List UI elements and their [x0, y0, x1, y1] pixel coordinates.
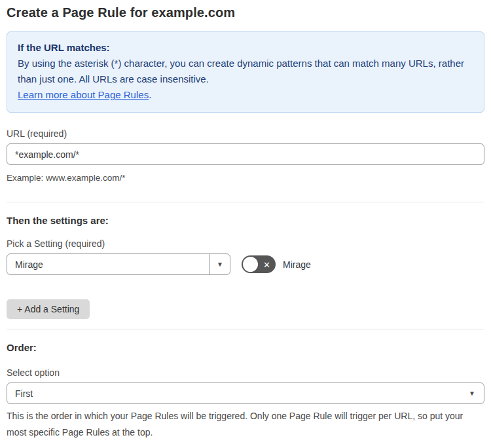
- order-section-heading: Order:: [7, 342, 484, 353]
- url-field-label: URL (required): [7, 128, 484, 139]
- setting-picker-label: Pick a Setting (required): [7, 238, 484, 249]
- divider: [7, 202, 484, 202]
- setting-picker-row: Mirage ▼ ✕ Mirage: [7, 253, 484, 275]
- order-select[interactable]: First ▼: [7, 383, 484, 404]
- toggle-label: Mirage: [283, 259, 311, 270]
- setting-select[interactable]: Mirage ▼: [7, 253, 230, 275]
- page-title: Create a Page Rule for example.com: [7, 5, 484, 20]
- setting-select-arrow-button[interactable]: ▼: [209, 254, 230, 274]
- mirage-toggle[interactable]: ✕: [242, 255, 276, 273]
- url-input[interactable]: [7, 143, 484, 165]
- add-setting-button[interactable]: + Add a Setting: [7, 299, 90, 319]
- settings-section-heading: Then the settings are:: [7, 215, 484, 226]
- divider: [7, 329, 484, 329]
- order-select-arrow: ▼: [469, 383, 484, 403]
- toggle-knob: [243, 257, 258, 272]
- url-match-info-box: If the URL matches: By using the asteris…: [7, 31, 484, 113]
- url-example-helper: Example: www.example.com/*: [7, 170, 484, 186]
- chevron-down-icon: ▼: [217, 261, 223, 268]
- link-period: .: [149, 89, 151, 100]
- setting-select-value: Mirage: [7, 254, 209, 274]
- info-box-body: By using the asterisk (*) character, you…: [18, 56, 473, 87]
- order-helper-text: This is the order in which your Page Rul…: [7, 408, 484, 441]
- toggle-off-x-icon: ✕: [263, 260, 270, 269]
- order-select-label: Select option: [7, 367, 484, 378]
- learn-more-link[interactable]: Learn more about Page Rules: [18, 89, 149, 100]
- info-box-heading: If the URL matches:: [18, 40, 473, 56]
- order-select-value: First: [7, 383, 469, 403]
- chevron-down-icon: ▼: [469, 390, 475, 397]
- info-box-link-line: Learn more about Page Rules.: [18, 87, 473, 103]
